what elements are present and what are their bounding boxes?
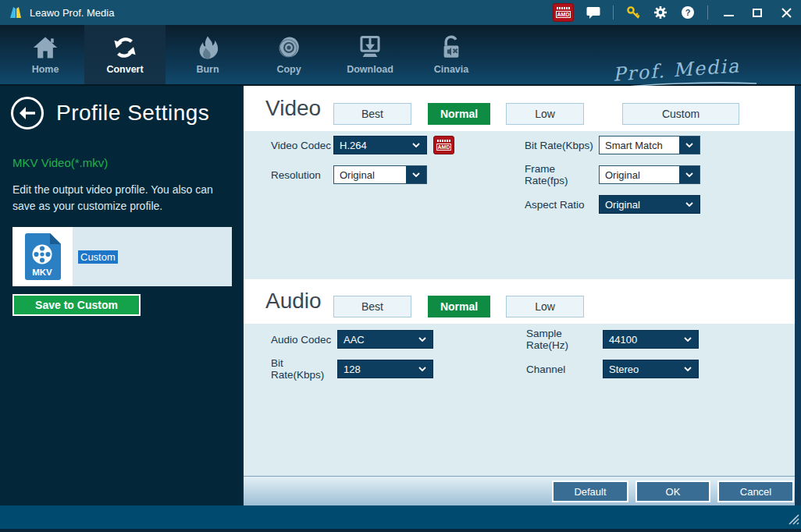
app-window: Leawo Prof. Media AMD ? [0, 0, 801, 532]
nav-label: Home [32, 64, 59, 75]
convert-icon [111, 34, 139, 61]
copy-icon [276, 34, 302, 61]
bitrate-dropdown[interactable]: Smart Match [599, 136, 700, 154]
video-quality-low-button[interactable]: Low [506, 103, 584, 125]
audio-quality-normal-button[interactable]: Normal [428, 296, 490, 317]
mkv-file-tile: MKV [12, 227, 73, 286]
settings-content: Video Best Normal Low Custom Video Codec… [242, 86, 795, 505]
audio-codec-label: Audio Codec [271, 334, 337, 346]
default-button[interactable]: Default [552, 481, 628, 502]
sample-rate-label: Sample Rate(Hz) [526, 328, 603, 351]
profile-settings-panel: Profile Settings MKV Video(*.mkv) Edit t… [0, 86, 242, 505]
amd-badge-icon: AMD [553, 3, 574, 22]
close-button[interactable] [778, 4, 795, 21]
back-arrow-icon [19, 106, 36, 120]
nav-tab-home[interactable]: Home [5, 25, 86, 84]
titlebar-separator [707, 5, 708, 20]
statusbar [0, 505, 801, 532]
chevron-down-icon [412, 360, 433, 378]
audio-bitrate-label: Bit Rate(Kbps) [271, 357, 337, 381]
key-icon[interactable] [625, 5, 641, 20]
titlebar: Leawo Prof. Media AMD ? [0, 0, 801, 25]
video-quality-best-button[interactable]: Best [333, 103, 411, 125]
main-navigation: Home Convert Burn [0, 25, 801, 86]
nav-tab-cinavia[interactable]: Cinavia [411, 25, 492, 84]
custom-profile-item[interactable]: MKV Custom [12, 227, 232, 286]
chevron-down-icon [678, 360, 698, 378]
bitrate-label: Bit Rate(Kbps) [525, 140, 599, 151]
action-bar: Default OK Cancel [244, 476, 796, 505]
video-codec-label: Video Codec [271, 140, 333, 151]
audio-section-title: Audio [265, 289, 322, 314]
svg-text:?: ? [685, 8, 691, 17]
audio-section-body: Audio Codec AAC Bit Rate(Kbps) 128 Sampl… [244, 324, 796, 476]
chevron-down-icon [679, 166, 700, 183]
save-to-custom-button[interactable]: Save to Custom [12, 294, 141, 316]
maximize-button[interactable] [749, 4, 766, 21]
profile-name-input[interactable]: Custom [78, 250, 118, 264]
channel-dropdown[interactable]: Stereo [603, 360, 699, 378]
nav-tab-burn[interactable]: Burn [167, 25, 248, 84]
svg-text:MKV: MKV [32, 268, 52, 277]
aspect-ratio-dropdown[interactable]: Original [599, 195, 700, 214]
framerate-dropdown[interactable]: Original [599, 165, 700, 184]
resolution-dropdown[interactable]: Original [333, 165, 427, 184]
back-button[interactable] [11, 97, 44, 129]
help-icon[interactable]: ? [680, 5, 696, 20]
nav-tab-copy[interactable]: Copy [248, 25, 329, 84]
aspect-ratio-label: Aspect Ratio [525, 199, 599, 211]
nav-label: Convert [106, 64, 143, 75]
video-section-body: Video Codec H.264 AMD Resolution Origina… [244, 131, 796, 279]
nav-label: Cinavia [434, 64, 468, 75]
ok-button[interactable]: OK [635, 481, 710, 502]
chevron-down-icon [678, 331, 698, 348]
audio-quality-best-button[interactable]: Best [333, 296, 411, 317]
amd-codec-badge-icon: AMD [433, 136, 454, 154]
download-icon [356, 34, 384, 61]
nav-tab-download[interactable]: Download [329, 25, 411, 84]
audio-bitrate-dropdown[interactable]: 128 [337, 360, 433, 378]
titlebar-separator [613, 5, 614, 20]
right-edge-strip [795, 86, 801, 505]
gear-icon[interactable] [653, 5, 668, 20]
cinavia-icon [438, 34, 465, 61]
mkv-file-icon: MKV [25, 233, 61, 280]
cancel-button[interactable]: Cancel [717, 481, 794, 502]
chevron-down-icon [679, 137, 700, 154]
video-section-title: Video [265, 96, 321, 121]
chevron-down-icon [412, 331, 433, 348]
video-quality-custom-button[interactable]: Custom [622, 103, 739, 125]
nav-label: Download [347, 64, 393, 75]
channel-label: Channel [526, 364, 603, 375]
profile-format-name: MKV Video(*.mkv) [12, 156, 242, 169]
feedback-icon[interactable] [586, 5, 601, 20]
resize-grip[interactable] [787, 512, 799, 525]
nav-tab-convert[interactable]: Convert [84, 25, 166, 84]
nav-label: Copy [276, 64, 301, 75]
minimize-button[interactable] [720, 4, 737, 21]
profile-description: Edit the output video profile. You also … [12, 182, 233, 215]
video-codec-dropdown[interactable]: H.264 [333, 136, 427, 154]
audio-quality-low-button[interactable]: Low [506, 296, 584, 317]
burn-icon [194, 34, 221, 61]
chevron-down-icon [679, 196, 700, 213]
resolution-label: Resolution [271, 169, 333, 181]
app-title: Leawo Prof. Media [30, 7, 114, 19]
framerate-label: Frame Rate(fps) [525, 163, 599, 186]
chevron-down-icon [406, 137, 426, 154]
panel-title: Profile Settings [56, 101, 209, 126]
video-quality-normal-button[interactable]: Normal [428, 103, 490, 125]
chevron-down-icon [406, 166, 426, 183]
audio-codec-dropdown[interactable]: AAC [337, 330, 433, 349]
nav-label: Burn [196, 64, 219, 75]
audio-section-header: Audio Best Normal Low [244, 279, 796, 324]
leawo-logo-icon [8, 5, 23, 20]
sample-rate-dropdown[interactable]: 44100 [603, 330, 699, 349]
home-icon [31, 34, 59, 61]
video-section-header: Video Best Normal Low Custom [244, 86, 796, 131]
